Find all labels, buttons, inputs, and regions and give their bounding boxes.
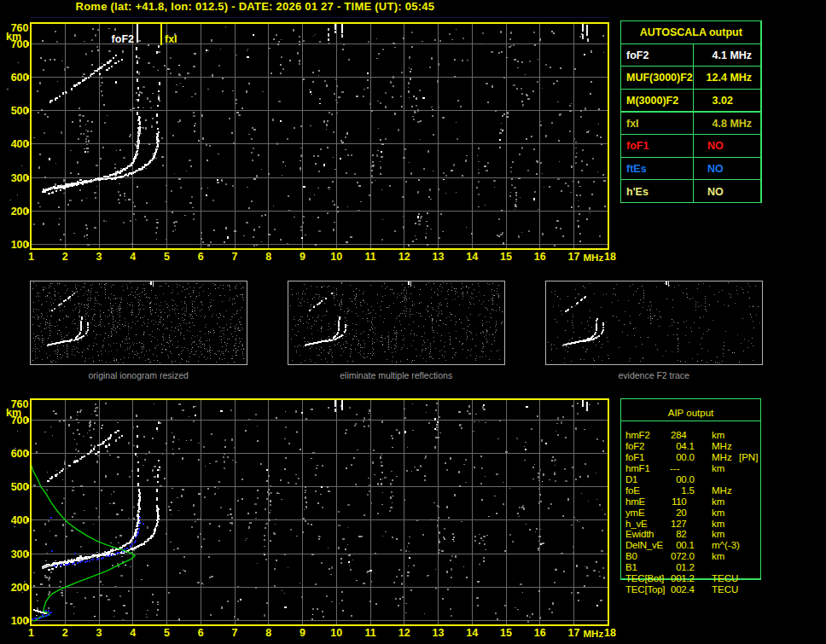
svg-text:8: 8 xyxy=(265,627,271,639)
svg-text:12: 12 xyxy=(398,251,410,263)
svg-text:16: 16 xyxy=(534,627,546,639)
svg-text:ftEs: ftEs xyxy=(626,163,647,175)
svg-text:km: km xyxy=(712,430,724,440)
svg-text:MHz: MHz xyxy=(712,452,732,462)
svg-text:100: 100 xyxy=(11,615,29,627)
svg-text:6: 6 xyxy=(198,627,204,639)
svg-text:original ionogram resized: original ionogram resized xyxy=(89,370,189,380)
svg-text:00: 00 xyxy=(676,540,686,550)
svg-text:8: 8 xyxy=(265,251,271,263)
svg-text:5: 5 xyxy=(164,627,170,639)
svg-text:110: 110 xyxy=(672,496,687,507)
svg-text:00: 00 xyxy=(676,452,686,462)
svg-text:3: 3 xyxy=(96,627,102,639)
svg-text:284: 284 xyxy=(671,430,687,440)
svg-text:m^(-3): m^(-3) xyxy=(712,540,740,550)
svg-text:.1: .1 xyxy=(687,441,695,451)
svg-text:h_vE: h_vE xyxy=(625,519,648,529)
svg-text:4: 4 xyxy=(713,49,718,61)
svg-text:B0: B0 xyxy=(625,551,637,561)
svg-text:500: 500 xyxy=(11,105,29,117)
svg-text:200: 200 xyxy=(11,582,29,594)
svg-text:MHz: MHz xyxy=(712,485,732,496)
svg-text:km: km xyxy=(712,496,724,507)
svg-text:eliminate multiple reflections: eliminate multiple reflections xyxy=(340,370,452,380)
svg-text:MHz: MHz xyxy=(584,629,604,639)
svg-text:002: 002 xyxy=(671,584,686,595)
svg-text:.0: .0 xyxy=(687,551,695,561)
svg-text:km: km xyxy=(712,519,724,529)
svg-text:fxI: fxI xyxy=(165,33,177,45)
svg-text:14: 14 xyxy=(466,627,478,639)
svg-text:hmE: hmE xyxy=(625,496,646,507)
svg-text:20: 20 xyxy=(676,508,686,518)
svg-text:5: 5 xyxy=(164,251,170,263)
svg-text:---: --- xyxy=(670,463,680,473)
svg-text:400: 400 xyxy=(11,138,29,150)
svg-text:10: 10 xyxy=(330,627,342,639)
svg-text:16: 16 xyxy=(534,251,546,263)
svg-text:127: 127 xyxy=(671,519,686,529)
svg-text:12: 12 xyxy=(398,627,410,639)
svg-text:600: 600 xyxy=(11,448,29,460)
svg-text:001: 001 xyxy=(671,573,686,583)
svg-text:.2: .2 xyxy=(687,573,695,583)
svg-text:km: km xyxy=(712,529,724,539)
svg-text:fxI: fxI xyxy=(626,118,639,130)
svg-text:D1: D1 xyxy=(625,474,637,484)
svg-text:700: 700 xyxy=(11,415,29,426)
svg-text:NO: NO xyxy=(707,163,724,175)
svg-text:.4: .4 xyxy=(687,584,695,595)
svg-text:18: 18 xyxy=(604,251,616,263)
svg-text:.4 MHz: .4 MHz xyxy=(718,72,753,84)
svg-text:3: 3 xyxy=(713,95,718,107)
svg-text:foF2: foF2 xyxy=(112,33,134,45)
svg-text:200: 200 xyxy=(11,206,29,218)
svg-text:B1: B1 xyxy=(625,562,637,572)
svg-text:km: km xyxy=(712,463,724,473)
svg-text:.2: .2 xyxy=(687,562,695,572)
svg-text:600: 600 xyxy=(11,72,29,84)
svg-text:foE: foE xyxy=(625,485,640,496)
svg-text:13: 13 xyxy=(433,627,445,639)
svg-text:NO: NO xyxy=(707,140,724,152)
svg-text:km: km xyxy=(712,551,724,561)
svg-text:.0: .0 xyxy=(687,452,695,462)
svg-text:17: 17 xyxy=(568,251,580,263)
svg-text:9: 9 xyxy=(300,251,305,263)
svg-text:00: 00 xyxy=(676,474,686,484)
svg-text:7: 7 xyxy=(232,627,238,639)
svg-text:4: 4 xyxy=(713,118,718,130)
svg-text:15: 15 xyxy=(500,627,512,639)
svg-text:TEC[Top]: TEC[Top] xyxy=(625,584,665,595)
svg-text:Rome (lat: +41.8, lon: 012.5): Rome (lat: +41.8, lon: 012.5) - DATE: 20… xyxy=(76,0,435,13)
svg-text:hmF2: hmF2 xyxy=(625,430,650,440)
svg-text:TEC[Bot]: TEC[Bot] xyxy=(625,573,664,583)
svg-text:12: 12 xyxy=(707,72,718,84)
svg-text:h'Es: h'Es xyxy=(626,186,649,198)
svg-text:TECU: TECU xyxy=(712,584,738,595)
svg-text:foF1: foF1 xyxy=(626,140,649,152)
svg-text:2: 2 xyxy=(62,627,68,639)
svg-text:ymE: ymE xyxy=(625,508,645,518)
svg-text:300: 300 xyxy=(11,548,29,560)
svg-text:.8 MHz: .8 MHz xyxy=(718,118,753,130)
svg-text:13: 13 xyxy=(433,251,445,263)
svg-text:hmF1: hmF1 xyxy=(625,463,650,473)
svg-text:1: 1 xyxy=(28,627,34,639)
svg-text:072: 072 xyxy=(671,551,686,561)
svg-text:[PN]: [PN] xyxy=(739,452,758,462)
svg-text:evidence F2 trace: evidence F2 trace xyxy=(618,370,689,380)
svg-text:.0: .0 xyxy=(687,474,695,484)
svg-text:NO: NO xyxy=(707,186,724,198)
svg-text:11: 11 xyxy=(364,251,375,263)
svg-text:km: km xyxy=(712,508,724,518)
svg-text:400: 400 xyxy=(11,514,29,526)
svg-text:4: 4 xyxy=(130,627,136,639)
svg-text:AIP output: AIP output xyxy=(668,408,714,418)
svg-text:MHz: MHz xyxy=(712,441,732,451)
svg-text:MHz: MHz xyxy=(584,252,604,263)
svg-text:14: 14 xyxy=(466,251,478,263)
svg-text:2: 2 xyxy=(62,251,68,263)
svg-text:700: 700 xyxy=(11,38,29,50)
